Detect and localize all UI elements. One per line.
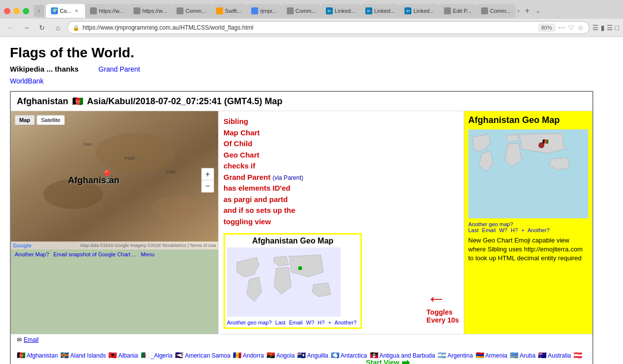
another-map-link[interactable]: Another Map? bbox=[15, 251, 49, 257]
flag-item[interactable]: 🇦🇶 Antarctica bbox=[331, 352, 369, 359]
flag-item[interactable]: 🇦🇱 Albania bbox=[108, 352, 140, 359]
flag-link[interactable]: Aruba bbox=[518, 352, 535, 359]
right-another2-link[interactable]: Another? bbox=[528, 227, 550, 233]
tab-scroll-left[interactable]: ‹ bbox=[34, 5, 44, 17]
flag-link[interactable]: Argentina bbox=[446, 352, 473, 359]
tab-6[interactable]: rjmpr... bbox=[246, 4, 282, 18]
flag-link[interactable]: Anguilla bbox=[306, 352, 328, 359]
flag-link[interactable]: American Samoa bbox=[183, 352, 230, 359]
tab-current[interactable]: 🌍 Co... ✕ bbox=[46, 4, 85, 18]
right-w-link[interactable]: W? bbox=[499, 227, 507, 233]
back-btn[interactable]: ← bbox=[4, 21, 17, 34]
flag-link[interactable]: Andorra bbox=[241, 352, 264, 359]
flag-item[interactable]: 🇦🇴 Angola bbox=[267, 352, 297, 359]
flag-link[interactable]: Antarctica bbox=[339, 352, 367, 359]
sidebar-icon[interactable]: ▮ bbox=[601, 24, 605, 32]
email-link[interactable]: Email bbox=[24, 336, 39, 343]
plus-link[interactable]: + bbox=[328, 320, 331, 325]
tab-7-label: Comm... bbox=[296, 8, 316, 14]
flag-link[interactable]: Angola bbox=[275, 352, 295, 359]
flag-item[interactable]: 🇦🇮 Anguilla bbox=[297, 352, 331, 359]
flag-link[interactable]: Afghanistan bbox=[25, 352, 58, 359]
flag-emoji: 🇦🇶 bbox=[331, 351, 339, 359]
flag-link[interactable]: _Algeria bbox=[149, 352, 173, 359]
security-icon: 🔒 bbox=[73, 25, 80, 31]
right-another-geo-link[interactable]: Another geo map? bbox=[468, 221, 513, 227]
tab-9[interactable]: in Linked... bbox=[360, 4, 400, 18]
right-plus-link[interactable]: + bbox=[521, 227, 524, 233]
red-arrow-icon: ← bbox=[427, 288, 459, 308]
right-last-link[interactable]: Last bbox=[468, 227, 479, 233]
flag-item[interactable]: 🇦🇩 Andorra bbox=[233, 352, 267, 359]
tab-10[interactable]: in Linked... bbox=[400, 4, 439, 18]
tab-4[interactable]: Comm... bbox=[172, 4, 211, 18]
right-panel: Afghanistan Geo Map bbox=[464, 111, 592, 334]
w-link[interactable]: W? bbox=[306, 320, 314, 325]
tabs-menu-btn[interactable]: ⌄ bbox=[534, 7, 542, 14]
tab-9-favicon: in bbox=[365, 7, 372, 14]
tab-11[interactable]: Edit P... bbox=[439, 4, 476, 18]
flag-item[interactable]: 🇦🇼 Aruba bbox=[510, 352, 538, 359]
tab-4-label: Comm... bbox=[185, 8, 206, 14]
home-btn[interactable]: ⌂ bbox=[51, 21, 64, 34]
another2-link[interactable]: Another? bbox=[335, 320, 357, 325]
new-geochart-text: New Geo Chart Emoji capable view where S… bbox=[468, 236, 588, 263]
flag-item[interactable]: 🇦🇸 American Samoa bbox=[175, 352, 233, 359]
right-email-link[interactable]: Email bbox=[482, 227, 496, 233]
tab-2[interactable]: https://w... bbox=[85, 4, 129, 18]
menu-icon[interactable]: ☰ bbox=[607, 24, 613, 32]
minimize-window-btn[interactable] bbox=[13, 8, 20, 14]
flag-item[interactable]: 🇦🇲 Armenia bbox=[476, 352, 510, 359]
another-geo-map-link[interactable]: Another geo map? bbox=[227, 320, 272, 325]
tab-7[interactable]: Comm... bbox=[282, 4, 321, 18]
zoom-in-btn[interactable]: + bbox=[202, 168, 214, 180]
last-link[interactable]: Last bbox=[275, 320, 286, 325]
right-h-link[interactable]: H? bbox=[511, 227, 518, 233]
reading-list-icon[interactable]: ☰ bbox=[592, 24, 599, 32]
flag-link[interactable]: Aland Islands bbox=[69, 352, 106, 359]
zoom-level[interactable]: 80% bbox=[538, 24, 555, 32]
new-tab-btn[interactable]: + bbox=[522, 5, 534, 17]
maximize-window-btn[interactable] bbox=[23, 8, 29, 14]
flag-link[interactable]: Albania bbox=[117, 352, 138, 359]
grand-parent-link[interactable]: Grand Parent bbox=[98, 65, 140, 73]
flag-link[interactable]: Australia bbox=[546, 352, 571, 359]
worldbank-link[interactable]: WorldBank bbox=[10, 77, 44, 85]
tabs-overflow-btn[interactable]: › bbox=[516, 7, 522, 14]
flag-emoji: 🇦🇹 bbox=[574, 351, 582, 359]
page-content: Flags of the World. Wikipedia ... thanks… bbox=[0, 37, 603, 364]
flag-item[interactable]: 🇦🇫 Afghanistan bbox=[17, 352, 60, 359]
email-geo-link[interactable]: Email bbox=[289, 320, 303, 325]
address-bar[interactable]: 🔒 https://www.rjmprogramming.com.au/HTML… bbox=[67, 21, 589, 34]
tab-10-favicon: in bbox=[404, 7, 411, 14]
flag-item[interactable]: 🇦🇷 Argentina bbox=[438, 352, 475, 359]
tab-2-label: https://w... bbox=[99, 8, 124, 14]
tab-5[interactable]: Swift... bbox=[211, 4, 246, 18]
flag-item[interactable]: 🇦🇺 Australia bbox=[538, 352, 574, 359]
tab-11-favicon bbox=[444, 7, 451, 14]
flag-item[interactable]: 🇩🇿 _Algeria bbox=[141, 352, 176, 359]
tab-12-favicon bbox=[481, 7, 488, 14]
tab-3[interactable]: https://w... bbox=[129, 4, 172, 18]
satellite-view-btn[interactable]: Satellite bbox=[37, 115, 65, 125]
flag-link[interactable]: Armenia bbox=[484, 352, 507, 359]
flag-item[interactable]: 🇦🇽 Aland Islands bbox=[60, 352, 108, 359]
tab-2-favicon bbox=[90, 7, 97, 14]
screen-icon[interactable]: □ bbox=[615, 24, 619, 32]
star-icon[interactable]: ☆ bbox=[578, 24, 584, 32]
google-map-image[interactable]: Pash... Post... Kan... Afghanistan 📍 + −… bbox=[11, 111, 218, 249]
h-link[interactable]: H? bbox=[318, 320, 325, 325]
email-map-link[interactable]: Email snapshot of Google Chart ... bbox=[53, 251, 136, 257]
forward-btn[interactable]: → bbox=[20, 21, 33, 34]
bookmark-icon[interactable]: ♡ bbox=[568, 24, 575, 32]
more-options-icon[interactable]: ⋯ bbox=[558, 24, 565, 32]
menu-link[interactable]: Menu bbox=[141, 251, 155, 257]
map-view-btn[interactable]: Map bbox=[15, 115, 35, 125]
tab-8[interactable]: in Linked... bbox=[321, 4, 360, 18]
zoom-out-btn[interactable]: − bbox=[202, 180, 214, 192]
middle-panel: Sibling Map Chart Of Child Geo Chart che… bbox=[219, 111, 464, 334]
tab-close-btn[interactable]: ✕ bbox=[73, 7, 80, 14]
close-window-btn[interactable] bbox=[4, 8, 10, 14]
tab-12[interactable]: Comm... bbox=[476, 4, 516, 18]
reload-btn[interactable]: ↻ bbox=[36, 21, 48, 34]
